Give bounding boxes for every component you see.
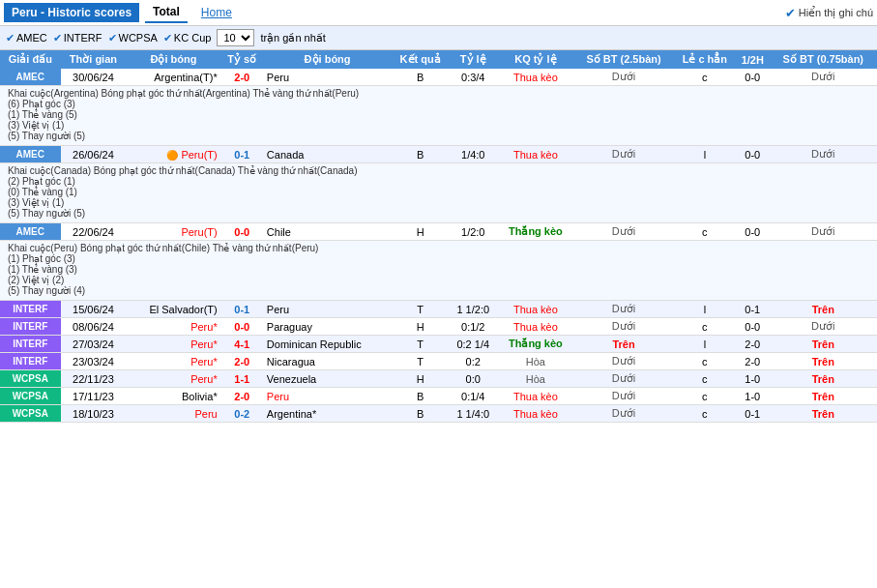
filter-wcpsa[interactable]: ✔ WCPSA	[108, 32, 158, 44]
date-cell: 30/06/24	[61, 69, 127, 86]
competition-cell: INTERF	[0, 318, 61, 336]
team1-cell: Peru*	[126, 336, 220, 353]
score-cell: 0-1	[221, 146, 263, 163]
table-row: INTERF 08/06/24 Peru* 0-0 Paraguay H 0:1…	[0, 318, 877, 336]
le-chan-cell: c	[674, 69, 736, 86]
kccup-check-icon: ✔	[163, 32, 172, 44]
le-chan-cell: c	[674, 388, 736, 405]
detail-cell: Khai cuộc(Peru) Bóng phạt góc thứ nhất(C…	[0, 241, 877, 301]
date-cell: 18/10/23	[61, 405, 127, 423]
interf-check-icon: ✔	[53, 32, 62, 44]
tab-home[interactable]: Home	[193, 3, 240, 22]
match-count-select[interactable]: 10 20 30	[217, 29, 254, 46]
score-cell: 1-1	[221, 370, 263, 388]
filter-amec[interactable]: ✔ AMEC	[6, 32, 47, 44]
competition-cell: INTERF	[0, 336, 61, 353]
result-cell: B	[392, 69, 449, 86]
table-row: AMEC 30/06/24 Argentina(T)* 2-0 Peru B 0…	[0, 69, 877, 86]
kq-ratio-cell: Thua kèo	[497, 388, 573, 405]
result-cell: B	[392, 388, 449, 405]
half-cell: 0-0	[736, 146, 770, 163]
score-cell: 2-0	[221, 388, 263, 405]
date-cell: 27/03/24	[61, 336, 127, 353]
table-row: INTERF 15/06/24 El Salvador(T) 0-1 Peru …	[0, 301, 877, 318]
date-cell: 22/11/23	[61, 370, 127, 388]
competition-cell: INTERF	[0, 353, 61, 370]
score-cell: 2-0	[221, 69, 263, 86]
team2-cell: Dominican Republic	[263, 336, 392, 353]
col-doi-bong-1: Đội bóng	[126, 50, 220, 69]
detail-cell: Khai cuộc(Canada) Bóng phạt góc thứ nhất…	[0, 163, 877, 223]
competition-cell: WCPSA	[0, 388, 61, 405]
so-bt2-cell: Trên	[770, 336, 877, 353]
half-cell: 2-0	[736, 336, 770, 353]
score-cell: 0-0	[221, 318, 263, 336]
result-cell: B	[392, 405, 449, 423]
competition-cell: AMEC	[0, 223, 61, 241]
wcpsa-label: WCPSA	[119, 32, 158, 44]
competition-cell: WCPSA	[0, 405, 61, 423]
tran-gan-nhat-label: trận gần nhất	[260, 32, 325, 44]
team2-cell: Argentina*	[263, 405, 392, 423]
so-bt2-cell: Dưới	[770, 69, 877, 86]
header-bar: Peru - Historic scores Total Home ✔ Hiển…	[0, 0, 877, 26]
col-doi-bong-2: Đội bóng	[263, 50, 392, 69]
le-chan-cell: c	[674, 370, 736, 388]
so-bt2-cell: Dưới	[770, 318, 877, 336]
ratio-cell: 1 1/4:0	[449, 405, 497, 423]
so-bt-cell: Dưới	[573, 353, 674, 370]
team2-cell: Nicaragua	[263, 353, 392, 370]
amec-label: AMEC	[16, 32, 47, 44]
filter-interf[interactable]: ✔ INTERF	[53, 32, 102, 44]
team1-cell: El Salvador(T)	[126, 301, 220, 318]
team1-cell: Peru(T)	[126, 223, 220, 241]
score-cell: 0-0	[221, 223, 263, 241]
ratio-cell: 0:2 1/4	[449, 336, 497, 353]
so-bt2-cell: Dưới	[770, 223, 877, 241]
so-bt2-cell: Trên	[770, 370, 877, 388]
col-ty-so: Tỷ số	[221, 50, 263, 69]
team1-cell: Peru	[126, 405, 220, 423]
so-bt-cell: Dưới	[573, 301, 674, 318]
competition-cell: AMEC	[0, 69, 61, 86]
kq-ratio-cell: Thua kèo	[497, 405, 573, 423]
table-row: AMEC 22/06/24 Peru(T) 0-0 Chile H 1/2:0 …	[0, 223, 877, 241]
tab-total[interactable]: Total	[145, 2, 188, 23]
team2-cell: Peru	[263, 301, 392, 318]
half-cell: 0-0	[736, 69, 770, 86]
col-giai-dau: Giải đấu	[0, 50, 61, 69]
amec-check-icon: ✔	[6, 32, 15, 44]
le-chan-cell: c	[674, 318, 736, 336]
team1-cell: Peru*	[126, 353, 220, 370]
competition-cell: AMEC	[0, 146, 61, 163]
filter-kccup[interactable]: ✔ KC Cup	[163, 32, 212, 44]
competition-cell: WCPSA	[0, 370, 61, 388]
team2-cell: Chile	[263, 223, 392, 241]
le-chan-cell: l	[674, 336, 736, 353]
le-chan-cell: c	[674, 405, 736, 423]
ratio-cell: 1/4:0	[449, 146, 497, 163]
result-cell: H	[392, 370, 449, 388]
half-cell: 0-0	[736, 223, 770, 241]
ratio-cell: 0:1/4	[449, 388, 497, 405]
detail-row: Khai cuộc(Argentina) Bóng phạt góc thứ n…	[0, 86, 877, 146]
so-bt-cell: Dưới	[573, 405, 674, 423]
result-cell: B	[392, 146, 449, 163]
kq-ratio-cell: Hòa	[497, 370, 573, 388]
result-cell: T	[392, 353, 449, 370]
filter-bar: ✔ AMEC ✔ INTERF ✔ WCPSA ✔ KC Cup 10 20 3…	[0, 26, 877, 50]
team1-cell: Peru*	[126, 370, 220, 388]
le-chan-cell: c	[674, 353, 736, 370]
date-cell: 08/06/24	[61, 318, 127, 336]
col-so-bt-075: Số BT (0.75bàn)	[770, 50, 877, 69]
result-cell: T	[392, 301, 449, 318]
date-cell: 15/06/24	[61, 301, 127, 318]
team2-cell: Venezuela	[263, 370, 392, 388]
score-cell: 0-1	[221, 301, 263, 318]
so-bt-cell: Dưới	[573, 370, 674, 388]
wcpsa-check-icon: ✔	[108, 32, 117, 44]
kq-ratio-cell: Hòa	[497, 353, 573, 370]
kq-ratio-cell: Thua kèo	[497, 146, 573, 163]
table-row: INTERF 23/03/24 Peru* 2-0 Nicaragua T 0:…	[0, 353, 877, 370]
half-cell: 0-1	[736, 301, 770, 318]
